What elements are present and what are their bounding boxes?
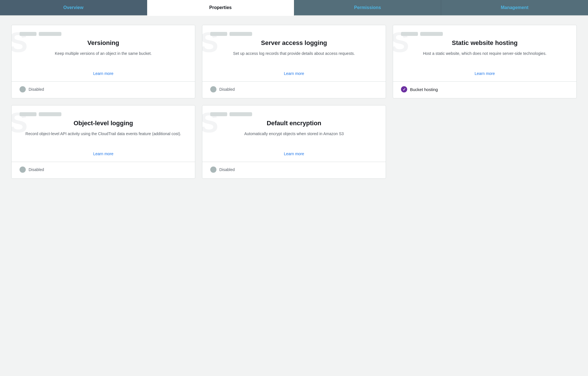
- badge2: [39, 32, 61, 36]
- tab-management[interactable]: Management: [441, 0, 588, 15]
- badge2: [229, 112, 252, 116]
- server-access-logging-title: Server access logging: [210, 39, 378, 47]
- badge2: [39, 112, 61, 116]
- object-level-logging-title: Object-level logging: [20, 120, 187, 127]
- card-divider: [202, 162, 386, 162]
- object-level-logging-status: Disabled: [20, 167, 187, 173]
- card-divider: [202, 81, 386, 82]
- card-badges: [20, 112, 187, 116]
- versioning-title: Versioning: [20, 39, 187, 47]
- card-divider: [393, 81, 576, 82]
- badge1: [20, 112, 37, 116]
- static-website-hosting-status: Bucket hosting: [401, 86, 568, 92]
- default-encryption-status: Disabled: [210, 167, 378, 173]
- server-access-logging-learn-more[interactable]: Learn more: [210, 71, 378, 76]
- default-encryption-status-label: Disabled: [219, 167, 235, 172]
- server-access-logging-description: Set up access log records that provide d…: [210, 51, 378, 68]
- main-content: S Versioning Keep multiple versions of a…: [0, 16, 588, 188]
- properties-cards-row1: S Versioning Keep multiple versions of a…: [11, 25, 577, 98]
- server-access-logging-status-dot: [210, 86, 216, 92]
- static-website-hosting-card: S Static website hosting Host a static w…: [393, 25, 577, 98]
- default-encryption-title: Default encryption: [210, 120, 378, 127]
- tab-properties[interactable]: Properties: [147, 0, 294, 16]
- static-website-hosting-learn-more[interactable]: Learn more: [401, 71, 568, 76]
- card-divider: [12, 162, 195, 162]
- versioning-status-dot: [20, 86, 26, 92]
- versioning-card: S Versioning Keep multiple versions of a…: [11, 25, 195, 98]
- default-encryption-learn-more[interactable]: Learn more: [210, 152, 378, 156]
- static-website-hosting-status-dot: [401, 86, 407, 92]
- badge1: [210, 32, 227, 36]
- static-website-hosting-description: Host a static website, which does not re…: [401, 51, 568, 68]
- card-badges: [210, 112, 378, 116]
- default-encryption-status-dot: [210, 167, 216, 173]
- object-level-logging-status-label: Disabled: [29, 167, 44, 172]
- tab-overview[interactable]: Overview: [0, 0, 147, 15]
- server-access-logging-status: Disabled: [210, 86, 378, 92]
- card-divider: [12, 81, 195, 82]
- static-website-hosting-status-label: Bucket hosting: [410, 87, 438, 92]
- badge2: [229, 32, 252, 36]
- versioning-description: Keep multiple versions of an object in t…: [20, 51, 187, 68]
- object-level-logging-learn-more[interactable]: Learn more: [20, 152, 187, 156]
- tab-permissions[interactable]: Permissions: [294, 0, 441, 15]
- default-encryption-description: Automatically encrypt objects when store…: [210, 131, 378, 148]
- card-badges: [20, 32, 187, 36]
- badge2: [420, 32, 443, 36]
- default-encryption-card: S Default encryption Automatically encry…: [202, 105, 386, 179]
- server-access-logging-card: S Server access logging Set up access lo…: [202, 25, 386, 98]
- object-level-logging-card: S Object-level logging Record object-lev…: [11, 105, 195, 179]
- card-badges: [401, 32, 568, 36]
- versioning-status: Disabled: [20, 86, 187, 92]
- object-level-logging-description: Record object-level API activity using t…: [20, 131, 187, 148]
- empty-card-slot: [393, 105, 577, 179]
- properties-cards-row2: S Object-level logging Record object-lev…: [11, 105, 577, 179]
- versioning-learn-more[interactable]: Learn more: [20, 71, 187, 76]
- object-level-logging-status-dot: [20, 167, 26, 173]
- badge1: [401, 32, 418, 36]
- server-access-logging-status-label: Disabled: [219, 87, 235, 92]
- badge1: [210, 112, 227, 116]
- versioning-status-label: Disabled: [29, 87, 44, 92]
- static-website-hosting-title: Static website hosting: [401, 39, 568, 47]
- card-badges: [210, 32, 378, 36]
- tab-navigation: Overview Properties Permissions Manageme…: [0, 0, 588, 16]
- badge1: [20, 32, 37, 36]
